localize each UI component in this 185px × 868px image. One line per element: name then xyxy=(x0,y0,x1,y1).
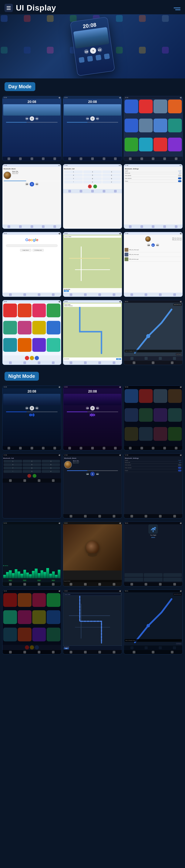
night-carplay-nav[interactable]: 08:01 ●▓ 19:16 ETA 9.0 km Start on Dongl… xyxy=(124,590,183,655)
carplay-btn-3[interactable] xyxy=(159,357,162,360)
night-app-settings[interactable] xyxy=(168,389,182,403)
dock-music[interactable] xyxy=(30,356,34,360)
app-nav[interactable] xyxy=(168,119,182,132)
key-7[interactable]: 7 xyxy=(64,177,83,180)
dock-phone[interactable] xyxy=(25,356,29,360)
night-nav-btn-4[interactable] xyxy=(125,578,143,582)
play-button-2[interactable]: ⏸ xyxy=(90,116,95,121)
night-bt-play[interactable]: ⏸ xyxy=(90,472,95,476)
night-podcast[interactable] xyxy=(18,593,31,607)
app-red-1[interactable] xyxy=(154,137,167,151)
night-dock-msg[interactable] xyxy=(35,645,39,650)
day-nav-route[interactable]: 15:33 ●▓ Sunny Coffee Western Pedestrian xyxy=(63,300,122,365)
day-appgrid-screen[interactable]: 20:08 ●▓ xyxy=(124,96,183,161)
next-button-1[interactable]: ▶▶ xyxy=(35,117,39,120)
night-music-2[interactable]: 20:08 ●▓ 20:08 ◀◀ ⏸ ▶▶ xyxy=(63,385,122,451)
night-go-btn[interactable]: GO xyxy=(64,648,69,649)
music-controls-2[interactable]: ◀◀ ⏸ ▶▶ xyxy=(86,116,99,121)
night-orange-app[interactable] xyxy=(18,628,31,641)
night-auto-connect-row[interactable]: Auto connect xyxy=(125,466,181,469)
eq-preset-2[interactable]: EQ2 xyxy=(23,579,27,582)
night-app-3[interactable] xyxy=(154,427,167,441)
eq-preset-4[interactable]: EQ4 xyxy=(51,579,55,582)
night-app-2[interactable] xyxy=(139,427,153,441)
night-carplay-btn-4[interactable] xyxy=(173,646,176,649)
night-green-app[interactable] xyxy=(47,593,60,607)
local-item-3[interactable]: 华乐_03.FILE.mp3 xyxy=(125,257,182,262)
night-carplay-btn-1[interactable] xyxy=(130,646,133,649)
day-music-screen-2[interactable]: 20:08 ●▓ 20:08 ◀◀ ⏸ ▶▶ xyxy=(63,96,122,161)
night-carplay-btn-2[interactable] xyxy=(144,646,148,649)
night-play-2[interactable]: ⏸ xyxy=(90,406,95,410)
night-turn-nav[interactable]: 08:01 ●▓ Turn Right 300m xyxy=(124,522,183,587)
key-9[interactable]: 9 xyxy=(102,177,121,180)
map-search-overlay[interactable]: Sunny Coffee xyxy=(64,236,121,238)
night-key-7[interactable]: 7 xyxy=(4,467,22,469)
night-yellow-app[interactable] xyxy=(32,610,46,624)
night-end-call[interactable] xyxy=(27,474,31,478)
night-app-4[interactable] xyxy=(168,427,182,441)
night-appgrid[interactable]: 20:08 ●▓ xyxy=(124,385,183,451)
night-next-1[interactable]: ▶▶ xyxy=(35,406,39,410)
night-search-overlay[interactable]: Sunny Coffee xyxy=(64,593,121,596)
eq-preset-1[interactable]: EQ1 xyxy=(8,579,12,582)
night-app-tele[interactable] xyxy=(125,389,138,403)
night-next-2[interactable]: ▶▶ xyxy=(96,406,99,410)
day-bt-music[interactable]: 17:40 ⊕● Bluetooth_Music Music Title Mus… xyxy=(2,164,61,229)
night-key-1[interactable]: 1 xyxy=(4,460,22,463)
app-cyan-1[interactable] xyxy=(139,137,153,151)
app-bt[interactable] xyxy=(154,119,167,132)
night-bt-next[interactable]: ▶▶ xyxy=(96,472,99,476)
bt-prev[interactable]: ◀◀ xyxy=(25,183,28,186)
night-nav-btn-2[interactable] xyxy=(144,573,162,577)
app-green-2[interactable] xyxy=(47,304,60,317)
night-app-bt[interactable] xyxy=(154,408,167,422)
bt-play[interactable]: ⏸ xyxy=(30,182,34,186)
night-key-9[interactable]: 9 xyxy=(42,467,60,469)
day-apps-2[interactable]: 16:40 ●▓ xyxy=(2,300,61,365)
night-app-waze[interactable] xyxy=(139,408,153,422)
eq-preset-3[interactable]: EQ3 xyxy=(37,579,41,582)
night-music-1[interactable]: 20:08 ●▓ 20:08 ◀◀ ⏸ ▶▶ xyxy=(2,385,61,451)
key-4[interactable]: 4 xyxy=(64,174,83,177)
app-pink-2[interactable] xyxy=(18,321,31,335)
day-music-screen-1[interactable]: 20:08 ●▓ 20:08 ◀◀ ⏸ ▶▶ xyxy=(2,96,61,161)
carplay-btn-1[interactable] xyxy=(130,357,133,360)
key-hash[interactable]: # xyxy=(102,181,121,183)
local-next[interactable]: ▶▶ xyxy=(156,243,159,247)
night-music-app[interactable] xyxy=(32,593,46,607)
local-item-1[interactable]: 华乐_01_FILE.mp3 xyxy=(125,248,182,252)
app-purple-1[interactable] xyxy=(168,137,182,151)
app-music-2[interactable] xyxy=(32,304,46,317)
night-key-0[interactable]: 0 xyxy=(23,470,41,473)
prev-button-2[interactable]: ◀◀ xyxy=(86,117,89,120)
night-bt-prev[interactable]: ◀◀ xyxy=(86,472,89,476)
night-blue-app[interactable] xyxy=(47,610,60,624)
key-8[interactable]: 8 xyxy=(83,177,102,180)
google-search-btn[interactable]: Google Search xyxy=(20,249,31,251)
night-teal-app[interactable] xyxy=(3,628,17,641)
day-google-screen[interactable]: 15:10 ●▓ Google Google Search I'm Feelin… xyxy=(2,232,61,297)
app-orange-2[interactable] xyxy=(18,338,31,352)
night-waze-app[interactable] xyxy=(3,610,17,624)
day-bt-call[interactable]: 17:40 ⊕● Bluetooth_Call 1 2 3 4 5 6 7 8 … xyxy=(63,164,122,229)
app-files[interactable] xyxy=(154,99,167,113)
prev-button-1[interactable]: ◀◀ xyxy=(25,117,28,120)
night-key-star[interactable]: * xyxy=(4,470,22,473)
google-search-bar[interactable] xyxy=(6,244,58,247)
night-apps-2[interactable]: 16:40 ●▓ xyxy=(2,590,61,655)
google-lucky-btn[interactable]: I'm Feeling Lucky xyxy=(32,249,44,251)
answer-call-btn[interactable]: 📞 xyxy=(93,185,97,188)
night-prev-2[interactable]: ◀◀ xyxy=(86,406,89,410)
night-pink-app[interactable] xyxy=(18,610,31,624)
night-bt-music[interactable]: 17:40 ●▓ Bluetooth_Music Music Title Mus… xyxy=(63,454,122,519)
app-purple-2[interactable] xyxy=(32,338,46,352)
night-dock-music[interactable] xyxy=(30,645,34,650)
app-phone-2[interactable] xyxy=(3,304,17,317)
night-app-1[interactable] xyxy=(125,427,138,441)
night-app-nav[interactable] xyxy=(168,408,182,422)
map-go-btn[interactable]: GO xyxy=(64,290,69,292)
key-5[interactable]: 5 xyxy=(83,174,102,177)
night-bt-music-controls[interactable]: ◀◀ ⏸ ▶▶ xyxy=(64,472,121,476)
app-blue-2[interactable] xyxy=(47,321,60,335)
